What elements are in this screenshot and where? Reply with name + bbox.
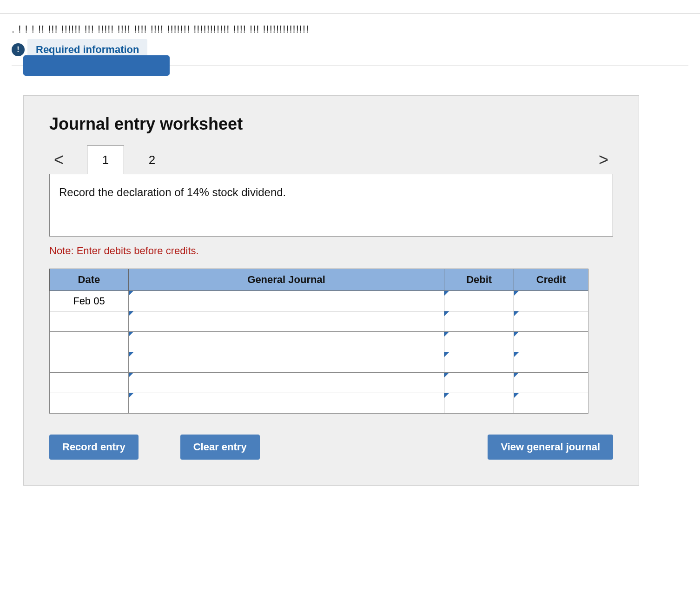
header-date: Date — [50, 269, 129, 291]
cell-general-journal[interactable] — [128, 291, 444, 311]
button-row: Record entry Clear entry View general jo… — [49, 435, 613, 460]
clear-entry-button[interactable]: Clear entry — [180, 435, 260, 460]
cell-date[interactable] — [50, 352, 129, 373]
cell-credit[interactable] — [514, 352, 588, 373]
cell-debit[interactable] — [444, 373, 514, 393]
cell-credit[interactable] — [514, 393, 588, 414]
exclamation-icon: ! — [12, 43, 25, 56]
worksheet-nav-row: < 1 2 > — [49, 145, 613, 174]
prev-arrow-icon[interactable]: < — [49, 150, 68, 174]
cell-general-journal[interactable] — [128, 311, 444, 332]
journal-table: Date General Journal Debit Credit Feb 05 — [49, 269, 588, 414]
cell-credit[interactable] — [514, 373, 588, 393]
header-credit: Credit — [514, 269, 588, 291]
cell-debit[interactable] — [444, 332, 514, 352]
table-row — [50, 332, 588, 352]
content-area: . ! ! ! !! !!! !!!!!! !!! !!!!! !!!! !!!… — [0, 14, 700, 495]
record-entry-button[interactable]: Record entry — [49, 435, 139, 460]
table-row — [50, 352, 588, 373]
cell-date[interactable] — [50, 393, 129, 414]
note-text: Note: Enter debits before credits. — [49, 245, 613, 257]
cell-general-journal[interactable] — [128, 352, 444, 373]
table-header-row: Date General Journal Debit Credit — [50, 269, 588, 291]
journal-worksheet-card: Journal entry worksheet < 1 2 > Record t… — [23, 95, 639, 486]
cell-general-journal[interactable] — [128, 332, 444, 352]
collapsed-blue-button[interactable] — [23, 55, 170, 76]
worksheet-title: Journal entry worksheet — [49, 114, 613, 134]
view-general-journal-button[interactable]: View general journal — [488, 435, 613, 460]
cell-date[interactable] — [50, 311, 129, 332]
table-row — [50, 393, 588, 414]
cell-debit[interactable] — [444, 352, 514, 373]
tab-1[interactable]: 1 — [87, 145, 124, 174]
cell-debit[interactable] — [444, 393, 514, 414]
cell-general-journal[interactable] — [128, 393, 444, 414]
cell-debit[interactable] — [444, 291, 514, 311]
next-arrow-icon[interactable]: > — [594, 150, 613, 174]
cell-general-journal[interactable] — [128, 373, 444, 393]
cell-date[interactable]: Feb 05 — [50, 291, 129, 311]
table-row: Feb 05 — [50, 291, 588, 311]
cell-date[interactable] — [50, 373, 129, 393]
cell-credit[interactable] — [514, 311, 588, 332]
table-row — [50, 311, 588, 332]
cell-credit[interactable] — [514, 332, 588, 352]
header-general-journal: General Journal — [128, 269, 444, 291]
window-top-bar — [0, 0, 700, 14]
header-debit: Debit — [444, 269, 514, 291]
instruction-box: Record the declaration of 14% stock divi… — [49, 174, 613, 237]
top-truncated-text: . ! ! ! !! !!! !!!!!! !!! !!!!! !!!! !!!… — [12, 23, 688, 35]
cell-date[interactable] — [50, 332, 129, 352]
cell-credit[interactable] — [514, 291, 588, 311]
tab-2[interactable]: 2 — [133, 145, 171, 174]
cell-debit[interactable] — [444, 311, 514, 332]
table-row — [50, 373, 588, 393]
